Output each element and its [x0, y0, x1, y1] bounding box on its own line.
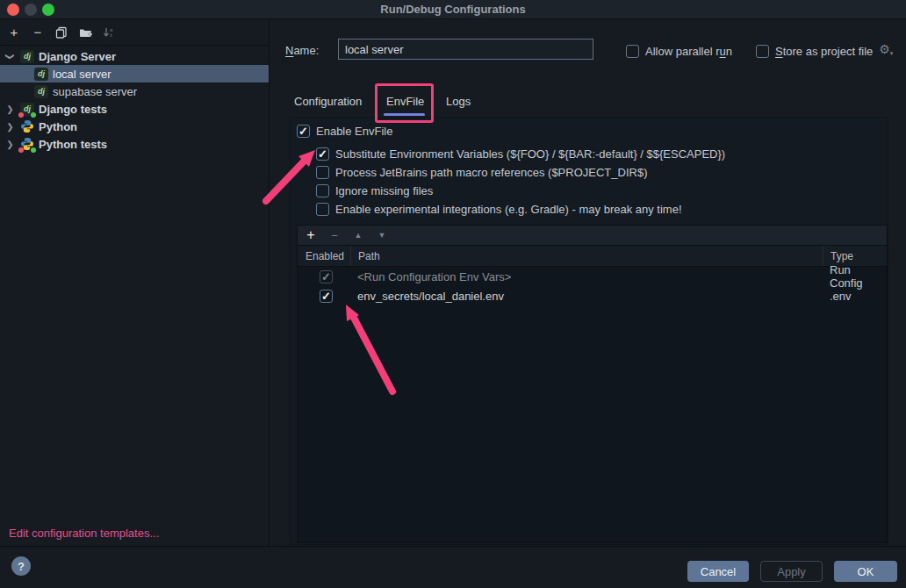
store-as-project-file-checkbox[interactable] [756, 45, 769, 58]
django-icon [34, 68, 48, 81]
remove-configuration-icon[interactable]: − [31, 25, 45, 39]
table-row-env-secrets[interactable]: env_secrets/local_daniel.env .env [298, 286, 887, 305]
tab-configuration[interactable]: Configuration [294, 95, 362, 108]
experimental-integrations-option[interactable]: Enable experimental integrations (e.g. G… [316, 202, 682, 216]
move-down-icon: ▼ [376, 231, 388, 240]
configurations-sidebar: + − az Django Server local server [0, 19, 270, 546]
django-tests-icon [20, 103, 34, 116]
process-path-macro-checkbox[interactable] [316, 166, 329, 179]
ok-button[interactable]: OK [834, 561, 897, 582]
substitute-env-vars-option[interactable]: Substitute Environment Variables (${FOO}… [316, 147, 725, 161]
allow-parallel-run-option[interactable]: Allow parallel run [626, 44, 732, 58]
chevron-right-icon[interactable] [4, 140, 16, 149]
env-table-toolbar: + − ▲ ▼ [298, 226, 887, 246]
envfile-tab-panel: Enable EnvFile Substitute Environment Va… [290, 117, 888, 545]
test-failed-dot [18, 147, 24, 153]
test-passed-dot [31, 147, 36, 153]
env-table-header: Enabled Path Type [298, 246, 887, 267]
svg-text:a: a [110, 26, 113, 32]
dialog-title: Run/Debug Configurations [0, 0, 906, 19]
name-label: Name: [285, 44, 319, 57]
run-debug-configurations-dialog: Run/Debug Configurations + − az Django S… [0, 0, 906, 588]
help-button[interactable]: ? [11, 556, 31, 576]
tree-item-python-tests[interactable]: Python tests [0, 135, 269, 153]
sort-configurations-icon: az [102, 25, 116, 39]
tab-envfile[interactable]: EnvFile [386, 95, 424, 108]
dialog-footer: ? Cancel Apply OK [0, 546, 906, 588]
tree-item-django-tests[interactable]: Django tests [0, 100, 269, 118]
configurations-tree: Django Server local server supabase serv… [0, 46, 269, 153]
svg-text:z: z [110, 32, 112, 38]
column-header-enabled[interactable]: Enabled [298, 250, 350, 262]
title-bar: Run/Debug Configurations [0, 0, 906, 19]
row-enabled-checkbox[interactable] [320, 290, 333, 303]
name-input[interactable] [338, 39, 593, 60]
substitute-env-vars-checkbox[interactable] [316, 147, 329, 161]
tree-item-django-server[interactable]: Django Server [0, 47, 269, 65]
selected-tab-underline [384, 113, 425, 116]
remove-env-file-icon: − [328, 229, 341, 242]
row-enabled-checkbox [320, 270, 333, 283]
python-tests-icon [20, 137, 34, 151]
new-folder-icon[interactable] [78, 25, 92, 39]
tree-item-supabase-server[interactable]: supabase server [0, 82, 269, 100]
chevron-right-icon[interactable] [4, 104, 16, 114]
enable-envfile-checkbox[interactable] [297, 125, 310, 138]
gear-icon[interactable]: ⚙▾ [879, 43, 893, 60]
copy-configuration-icon[interactable] [54, 25, 68, 39]
allow-parallel-run-checkbox[interactable] [626, 45, 639, 58]
tree-item-python[interactable]: Python [0, 118, 269, 135]
move-up-icon: ▲ [352, 231, 364, 240]
django-icon [20, 50, 34, 63]
store-as-project-file-label: Store as project file [775, 45, 873, 58]
store-as-project-file-option[interactable]: Store as project file ⚙▾ [756, 44, 893, 58]
column-header-path[interactable]: Path [350, 246, 823, 266]
edit-configuration-templates-link[interactable]: Edit configuration templates... [9, 527, 159, 540]
add-env-file-icon[interactable]: + [305, 227, 317, 243]
ignore-missing-files-option[interactable]: Ignore missing files [316, 183, 433, 197]
apply-button: Apply [760, 561, 823, 582]
django-icon [34, 85, 48, 98]
cancel-button[interactable]: Cancel [687, 561, 749, 582]
env-files-table: + − ▲ ▼ Enabled Path Type <Run Configura… [297, 225, 888, 543]
enable-envfile-option[interactable]: Enable EnvFile [297, 124, 392, 138]
tab-logs[interactable]: Logs [446, 95, 471, 108]
chevron-right-icon[interactable] [4, 122, 16, 132]
tree-item-local-server[interactable]: local server [0, 65, 269, 82]
experimental-integrations-checkbox[interactable] [316, 203, 329, 216]
table-row-run-config-env-vars[interactable]: <Run Configuration Env Vars> Run Config [298, 267, 887, 286]
ignore-missing-files-checkbox[interactable] [316, 184, 329, 197]
chevron-down-icon[interactable] [4, 52, 16, 61]
allow-parallel-run-label: Allow parallel run [645, 45, 732, 58]
sidebar-toolbar: + − az [0, 19, 269, 46]
python-icon [20, 119, 34, 133]
process-path-macro-option[interactable]: Process JetBrains path macro references … [316, 165, 647, 179]
add-configuration-icon[interactable]: + [7, 25, 21, 39]
